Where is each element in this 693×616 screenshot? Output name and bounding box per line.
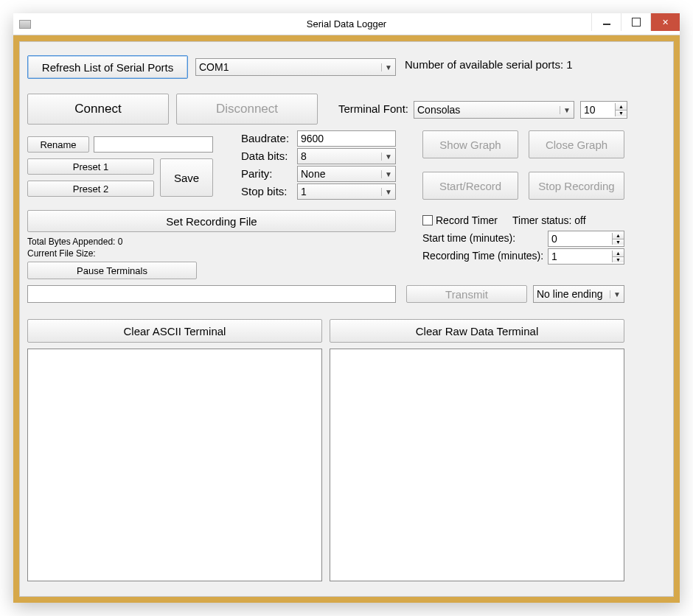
spin-down-icon[interactable]: ▼ — [613, 257, 624, 263]
start-time-value: 0 — [551, 233, 557, 245]
current-file-size-label: Current File Size: — [27, 248, 96, 259]
chevron-down-icon: ▼ — [381, 63, 392, 71]
font-size-value: 10 — [584, 104, 596, 116]
transmit-input[interactable] — [27, 285, 396, 303]
window-title: Serial Data Logger — [13, 18, 680, 29]
chevron-down-icon: ▼ — [381, 153, 392, 161]
record-timer-checkbox[interactable]: Record Timer — [422, 214, 498, 226]
checkbox-icon — [422, 215, 433, 225]
stop-recording-button[interactable]: Stop Recording — [529, 172, 624, 200]
baudrate-label: Baudrate: — [241, 132, 289, 144]
minimize-button[interactable] — [591, 13, 621, 31]
timer-status-label: Timer status: off — [512, 214, 586, 226]
set-recording-file-button[interactable]: Set Recording File — [27, 210, 396, 232]
recording-time-stepper[interactable]: 1 ▲▼ — [548, 248, 624, 265]
terminal-font-label: Terminal Font: — [338, 102, 408, 115]
rename-input[interactable] — [94, 136, 213, 153]
parity-label: Parity: — [241, 167, 273, 180]
title-bar: Serial Data Logger ✕ — [13, 13, 680, 35]
start-time-label: Start time (minutes): — [422, 232, 515, 244]
recording-time-label: Recording Time (minutes): — [422, 250, 543, 262]
clear-ascii-button[interactable]: Clear ASCII Terminal — [27, 319, 322, 343]
parity-value: None — [301, 168, 325, 180]
line-ending-select[interactable]: No line ending▼ — [533, 285, 624, 303]
start-time-stepper[interactable]: 0 ▲▼ — [548, 231, 624, 247]
spin-up-icon[interactable]: ▲ — [613, 233, 624, 239]
client-area: Refresh List of Serial Ports COM1 ▼ Numb… — [19, 41, 674, 597]
save-button[interactable]: Save — [160, 158, 213, 197]
rename-button[interactable]: Rename — [27, 136, 89, 153]
line-ending-value: No line ending — [537, 288, 603, 300]
stopbits-label: Stop bits: — [241, 185, 288, 197]
close-graph-button[interactable]: Close Graph — [529, 130, 624, 158]
databits-value: 8 — [301, 150, 307, 162]
chevron-down-icon: ▼ — [610, 290, 621, 298]
clear-raw-button[interactable]: Clear Raw Data Terminal — [330, 319, 624, 343]
stopbits-value: 1 — [301, 186, 307, 197]
ports-count-label: Number of available serial ports: 1 — [405, 58, 573, 71]
total-bytes-label: Total Bytes Appended: 0 — [27, 237, 122, 247]
font-select-value: Consolas — [417, 104, 460, 116]
close-button[interactable]: ✕ — [650, 13, 680, 31]
chevron-down-icon: ▼ — [381, 188, 392, 196]
parity-select[interactable]: None▼ — [297, 166, 396, 182]
record-timer-label: Record Timer — [436, 214, 498, 226]
spin-up-icon[interactable]: ▲ — [613, 251, 624, 257]
spin-down-icon[interactable]: ▼ — [616, 111, 627, 117]
connect-button[interactable]: Connect — [27, 94, 169, 125]
show-graph-button[interactable]: Show Graph — [422, 130, 518, 158]
spin-down-icon[interactable]: ▼ — [613, 239, 624, 245]
databits-select[interactable]: 8▼ — [297, 148, 396, 164]
chevron-down-icon: ▼ — [560, 106, 571, 114]
raw-terminal[interactable] — [330, 349, 624, 581]
preset2-button[interactable]: Preset 2 — [27, 181, 154, 197]
font-select[interactable]: Consolas ▼ — [414, 101, 574, 119]
preset1-button[interactable]: Preset 1 — [27, 158, 154, 175]
port-select-value: COM1 — [199, 61, 229, 73]
databits-label: Data bits: — [241, 150, 288, 162]
font-size-stepper[interactable]: 10 ▲▼ — [580, 101, 627, 119]
transmit-button[interactable]: Transmit — [406, 285, 527, 303]
chevron-down-icon: ▼ — [381, 170, 392, 178]
recording-time-value: 1 — [551, 251, 557, 262]
disconnect-button[interactable]: Disconnect — [176, 94, 318, 125]
port-select[interactable]: COM1 ▼ — [195, 58, 396, 76]
start-record-button[interactable]: Start/Record — [422, 172, 518, 200]
baudrate-input[interactable] — [297, 130, 396, 147]
pause-terminals-button[interactable]: Pause Terminals — [27, 262, 197, 279]
app-icon — [19, 20, 31, 29]
ascii-terminal[interactable] — [27, 349, 322, 581]
window-frame: Serial Data Logger ✕ Refresh List of Ser… — [13, 13, 680, 603]
refresh-ports-button[interactable]: Refresh List of Serial Ports — [27, 55, 188, 79]
maximize-button[interactable] — [621, 13, 650, 31]
spin-up-icon[interactable]: ▲ — [616, 103, 627, 111]
stopbits-select[interactable]: 1▼ — [297, 183, 396, 200]
